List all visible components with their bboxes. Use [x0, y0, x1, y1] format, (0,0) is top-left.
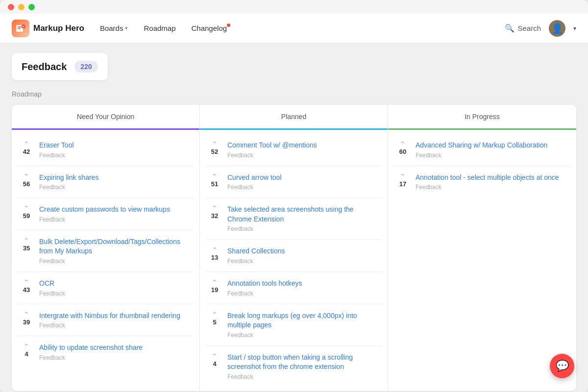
- upvote-icon[interactable]: ⌃: [212, 311, 218, 318]
- feedback-fab-button[interactable]: 💬: [550, 354, 574, 378]
- item-content: Shared Collections Feedback: [227, 246, 285, 265]
- item-title[interactable]: OCR: [39, 279, 65, 289]
- chevron-down-icon: ▾: [125, 25, 128, 31]
- upvote-icon[interactable]: ⌃: [212, 205, 218, 212]
- column-header-need-your-opinion: Need Your Opinion: [12, 105, 199, 130]
- roadmap-nav[interactable]: Roadmap: [138, 21, 181, 35]
- list-item[interactable]: ⌃ 42 Eraser Tool Feedback: [18, 134, 194, 166]
- upvote-icon[interactable]: ⌃: [24, 237, 29, 244]
- upvote-icon[interactable]: ⌃: [400, 141, 406, 147]
- item-tag: Feedback: [39, 216, 170, 223]
- list-item[interactable]: ⌃ 5 Break long markups (eg over 4,000px)…: [206, 304, 382, 346]
- list-item[interactable]: ⌃ 39 Intergrate with Nimbus for thumbnai…: [18, 304, 194, 337]
- list-item[interactable]: ⌃ 19 Annotation tools hotkeys Feedback: [206, 272, 382, 304]
- upvote-icon[interactable]: ⌃: [212, 279, 218, 286]
- item-tag: Feedback: [227, 332, 380, 339]
- vote-count: 52: [211, 148, 218, 155]
- item-content: Advanced Sharing w/ Markup Collaboration…: [416, 141, 547, 159]
- list-item[interactable]: ⌃ 51 Curved arrow tool Feedback: [206, 166, 382, 198]
- column-body-in-progress: ⌃ 60 Advanced Sharing w/ Markup Collabor…: [388, 130, 576, 201]
- upvote-icon[interactable]: ⌃: [24, 173, 29, 180]
- column-in-progress: In Progress ⌃ 60 Advanced Sharing w/ Mar…: [388, 105, 576, 391]
- item-title[interactable]: Ability to update screenshot share: [39, 343, 143, 353]
- vote-section: ⌃ 32: [208, 205, 221, 220]
- item-title[interactable]: Intergrate with Nimbus for thumbnail ren…: [39, 311, 180, 321]
- column-body-planned: ⌃ 52 Comment Tool w/ @mentions Feedback …: [200, 130, 388, 391]
- upvote-icon[interactable]: ⌃: [24, 343, 29, 350]
- upvote-icon[interactable]: ⌃: [212, 173, 218, 180]
- column-header-in-progress: In Progress: [388, 105, 576, 130]
- item-tag: Feedback: [227, 152, 317, 159]
- list-item[interactable]: ⌃ 52 Comment Tool w/ @mentions Feedback: [206, 134, 382, 166]
- upvote-icon[interactable]: ⌃: [212, 353, 218, 360]
- vote-section: ⌃ 60: [396, 141, 410, 155]
- upvote-icon[interactable]: ⌃: [212, 141, 218, 147]
- avatar[interactable]: 👤: [549, 20, 565, 37]
- chat-icon: 💬: [556, 360, 569, 372]
- item-tag: Feedback: [416, 152, 547, 159]
- logo[interactable]: Markup Hero: [12, 20, 84, 37]
- upvote-icon[interactable]: ⌃: [212, 246, 218, 253]
- item-content: Break long markups (eg over 4,000px) int…: [227, 311, 380, 339]
- search-button[interactable]: 🔍 Search: [505, 24, 541, 33]
- logo-text: Markup Hero: [33, 24, 84, 33]
- list-item[interactable]: ⌃ 4 Start / stop button when taking a sc…: [206, 346, 382, 387]
- maximize-button[interactable]: [28, 4, 35, 10]
- item-title[interactable]: Annotation tool - select multiple object…: [416, 173, 559, 183]
- changelog-nav[interactable]: Changelog: [186, 21, 239, 35]
- upvote-icon[interactable]: ⌃: [24, 205, 29, 212]
- list-item[interactable]: ⌃ 32 Take selected area screenshots usin…: [206, 198, 382, 240]
- upvote-icon[interactable]: ⌃: [24, 311, 29, 318]
- vote-count: 5: [213, 318, 216, 326]
- list-item[interactable]: ⌃ 59 Create custom passwords to view mar…: [18, 198, 194, 230]
- item-title[interactable]: Take selected area screenshots using the…: [227, 205, 380, 224]
- item-title[interactable]: Expiring link shares: [39, 173, 98, 183]
- item-title[interactable]: Shared Collections: [227, 246, 285, 256]
- item-title[interactable]: Eraser Tool: [39, 141, 74, 150]
- list-item[interactable]: ⌃ 60 Advanced Sharing w/ Markup Collabor…: [394, 134, 570, 166]
- upvote-icon[interactable]: ⌃: [24, 279, 29, 286]
- item-title[interactable]: Create custom passwords to view markups: [39, 205, 170, 215]
- item-content: Start / stop button when taking a scroll…: [227, 353, 380, 380]
- boards-nav[interactable]: Boards ▾: [94, 21, 134, 35]
- item-title[interactable]: Start / stop button when taking a scroll…: [227, 353, 380, 372]
- vote-count: 51: [211, 180, 218, 188]
- item-tag: Feedback: [39, 258, 192, 265]
- vote-section: ⌃ 43: [20, 279, 33, 294]
- vote-section: ⌃ 4: [208, 353, 221, 368]
- upvote-icon[interactable]: ⌃: [24, 141, 29, 147]
- minimize-button[interactable]: [18, 4, 24, 10]
- item-tag: Feedback: [39, 290, 65, 297]
- list-item[interactable]: ⌃ 17 Annotation tool - select multiple o…: [394, 166, 570, 198]
- item-tag: Feedback: [227, 373, 380, 380]
- column-items-planned: ⌃ 52 Comment Tool w/ @mentions Feedback …: [200, 130, 388, 391]
- item-title[interactable]: Advanced Sharing w/ Markup Collaboration: [416, 141, 547, 150]
- list-item[interactable]: ⌃ 56 Expiring link shares Feedback: [18, 166, 194, 198]
- vote-count: 42: [23, 148, 30, 155]
- item-title[interactable]: Bulk Delete/Export/Download/Tags/Collect…: [39, 237, 192, 256]
- feedback-count-badge: 220: [74, 61, 98, 73]
- item-title[interactable]: Comment Tool w/ @mentions: [227, 141, 317, 150]
- column-items-in-progress: ⌃ 60 Advanced Sharing w/ Markup Collabor…: [388, 130, 576, 201]
- list-item[interactable]: ⌃ 43 OCR Feedback: [18, 272, 194, 304]
- item-tag: Feedback: [227, 184, 282, 191]
- item-content: Create custom passwords to view markups …: [39, 205, 170, 223]
- item-tag: Feedback: [416, 184, 559, 191]
- item-title[interactable]: Curved arrow tool: [227, 173, 282, 183]
- title-bar: [0, 0, 588, 14]
- item-tag: Feedback: [227, 290, 302, 297]
- nav-right: 🔍 Search 👤 ▾: [505, 20, 576, 37]
- item-title[interactable]: Break long markups (eg over 4,000px) int…: [227, 311, 380, 330]
- close-button[interactable]: [8, 4, 14, 10]
- item-title[interactable]: Annotation tools hotkeys: [227, 279, 302, 289]
- column-body-need-your-opinion: ⌃ 42 Eraser Tool Feedback ⌃ 56 Expiring …: [12, 130, 199, 372]
- column-header-planned: Planned: [200, 105, 388, 130]
- item-tag: Feedback: [39, 184, 98, 191]
- list-item[interactable]: ⌃ 13 Shared Collections Feedback: [206, 240, 382, 272]
- avatar-chevron-icon[interactable]: ▾: [573, 25, 576, 32]
- list-item[interactable]: ⌃ 4 Ability to update screenshot share F…: [18, 336, 194, 368]
- list-item[interactable]: ⌃ 35 Bulk Delete/Export/Download/Tags/Co…: [18, 230, 194, 272]
- upvote-icon[interactable]: ⌃: [400, 173, 406, 180]
- vote-count: 19: [211, 286, 218, 294]
- vote-count: 4: [213, 360, 216, 368]
